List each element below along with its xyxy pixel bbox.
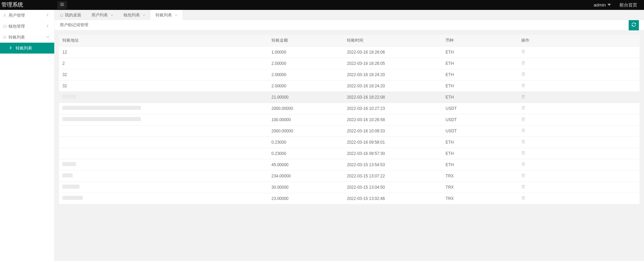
trash-icon bbox=[521, 140, 525, 145]
cell-time: 2022-03-16 10:27:23 bbox=[343, 103, 442, 114]
th-coin[interactable]: 币种 bbox=[442, 35, 517, 46]
th-time[interactable]: 转账时间 bbox=[343, 35, 442, 46]
table-row[interactable]: 121.000002022-03-16 18:28:06ETH bbox=[59, 46, 640, 58]
trash-icon bbox=[521, 117, 525, 122]
table-row[interactable]: 2000.000002022-03-16 10:27:23USDT bbox=[59, 103, 640, 114]
cell-coin: ETH bbox=[442, 69, 517, 80]
cell-time: 2022-03-15 13:07:22 bbox=[343, 170, 442, 182]
cell-addr bbox=[59, 148, 268, 159]
sidebar-item-user-mgmt[interactable]: 用户管理 bbox=[0, 10, 54, 21]
table-row[interactable]: 23.000002022-03-15 13:02:46TRX bbox=[59, 193, 640, 204]
cell-op bbox=[518, 159, 640, 170]
delete-button[interactable] bbox=[521, 174, 525, 178]
table-row[interactable]: 22.000002022-03-16 18:26:05ETH bbox=[59, 58, 640, 69]
delete-button[interactable] bbox=[521, 61, 525, 66]
cell-op bbox=[518, 182, 640, 193]
delete-button[interactable] bbox=[521, 196, 525, 201]
table-row[interactable]: 30.000002022-03-15 13:04:50TRX bbox=[59, 182, 640, 193]
user-icon bbox=[3, 13, 7, 17]
hamburger-icon bbox=[60, 2, 64, 8]
cell-amount: 2000.00000 bbox=[268, 125, 343, 136]
cell-amount: 2.00000 bbox=[268, 69, 343, 80]
table-row[interactable]: 322.000002022-03-16 18:24:20ETH bbox=[59, 69, 640, 80]
refresh-button[interactable] bbox=[629, 20, 639, 30]
table-row[interactable]: 234.000002022-03-15 13:07:22TRX bbox=[59, 170, 640, 182]
tab-wallet-list[interactable]: 钱包列表 ✕ bbox=[118, 10, 150, 20]
close-icon[interactable]: ✕ bbox=[143, 13, 145, 17]
tab-desktop[interactable]: 我的桌面 bbox=[55, 10, 86, 20]
delete-button[interactable] bbox=[521, 162, 525, 167]
cell-coin: USDT bbox=[442, 114, 517, 125]
close-icon[interactable]: ✕ bbox=[111, 13, 113, 17]
cell-op bbox=[518, 170, 640, 182]
th-op[interactable]: 操作 bbox=[518, 35, 640, 46]
trash-icon bbox=[521, 84, 525, 88]
table-row[interactable]: 45.000002022-03-15 13:54:53ETH bbox=[59, 159, 640, 170]
sidebar-subitem-label: 转账列表 bbox=[16, 45, 32, 51]
menu-toggle-button[interactable] bbox=[57, 1, 67, 9]
sidebar-item-transfer-list[interactable]: 转账列表 bbox=[0, 32, 54, 43]
tab-user-list[interactable]: 用户列表 ✕ bbox=[86, 10, 118, 20]
trash-icon bbox=[521, 50, 525, 55]
user-menu[interactable]: admin bbox=[594, 2, 611, 8]
svg-point-12 bbox=[3, 38, 4, 39]
sidebar-subitem-transfer-list[interactable]: 转账列表 bbox=[0, 43, 54, 54]
cell-addr bbox=[59, 103, 268, 114]
sidebar-item-label: 转账列表 bbox=[9, 34, 25, 40]
panel-title: 用户助记词管理 bbox=[60, 22, 88, 28]
delete-button[interactable] bbox=[521, 95, 525, 100]
trash-icon bbox=[521, 196, 525, 201]
front-site-link[interactable]: 前台首页 bbox=[619, 2, 637, 8]
delete-button[interactable] bbox=[521, 72, 525, 77]
th-amount[interactable]: 转账金额 bbox=[268, 35, 343, 46]
tab-label: 用户列表 bbox=[91, 12, 108, 18]
cell-time: 2022-03-16 18:22:08 bbox=[343, 91, 442, 103]
cell-coin: USDT bbox=[442, 103, 517, 114]
tab-transfer-list[interactable]: 转账列表 ✕ bbox=[150, 10, 182, 20]
transfer-table: 转账地址 转账金额 转账时间 币种 操作 121.000002022-03-16… bbox=[59, 35, 640, 204]
main: 我的桌面 用户列表 ✕ 钱包列表 ✕ 转账列表 ✕ 用户助记词管理 bbox=[55, 10, 644, 261]
trash-icon bbox=[521, 95, 525, 100]
cell-time: 2022-03-16 18:24:20 bbox=[343, 80, 442, 91]
delete-button[interactable] bbox=[521, 84, 525, 88]
table-row[interactable]: 100.000002022-03-16 10:26:58USDT bbox=[59, 114, 640, 125]
delete-button[interactable] bbox=[521, 117, 525, 122]
caret-down-icon bbox=[606, 2, 611, 8]
delete-button[interactable] bbox=[521, 140, 525, 145]
tab-label: 我的桌面 bbox=[65, 12, 81, 18]
cell-addr bbox=[59, 170, 268, 182]
table-row[interactable]: 0.230002022-03-16 09:57:30ETH bbox=[59, 148, 640, 159]
sidebar-item-label: 用户管理 bbox=[9, 13, 25, 18]
cell-addr bbox=[59, 125, 268, 136]
th-addr[interactable]: 转账地址 bbox=[59, 35, 268, 46]
cell-op bbox=[518, 103, 640, 114]
redacted-text bbox=[62, 173, 73, 177]
table-row[interactable]: 0.230002022-03-16 09:58:01ETH bbox=[59, 136, 640, 148]
refresh-icon bbox=[631, 22, 636, 28]
chevron-down-icon bbox=[46, 35, 49, 40]
delete-button[interactable] bbox=[521, 129, 525, 133]
cell-time: 2022-03-16 09:57:30 bbox=[343, 148, 442, 159]
table-row[interactable]: 2000.000002022-03-16 10:09:33USDT bbox=[59, 125, 640, 136]
chevron-left-icon bbox=[46, 24, 49, 29]
close-icon[interactable]: ✕ bbox=[175, 13, 177, 17]
table-row[interactable]: 322.000002022-03-16 18:24:20ETH bbox=[59, 80, 640, 91]
delete-button[interactable] bbox=[521, 151, 525, 156]
delete-button[interactable] bbox=[521, 50, 525, 55]
trash-icon bbox=[521, 174, 525, 178]
delete-button[interactable] bbox=[521, 106, 525, 111]
cell-amount: 1.00000 bbox=[268, 46, 343, 58]
cell-amount: 2.00000 bbox=[268, 58, 343, 69]
trash-icon bbox=[521, 72, 525, 77]
redacted-text bbox=[62, 95, 76, 99]
cell-coin: ETH bbox=[442, 80, 517, 91]
cell-op bbox=[518, 136, 640, 148]
cell-time: 2022-03-15 13:02:46 bbox=[343, 193, 442, 204]
cell-time: 2022-03-16 10:26:58 bbox=[343, 114, 442, 125]
table-row[interactable]: 21.000002022-03-16 18:22:08ETH bbox=[59, 91, 640, 103]
delete-button[interactable] bbox=[521, 185, 525, 190]
chevron-right-icon bbox=[9, 46, 12, 50]
cell-coin: TRX bbox=[442, 182, 517, 193]
sidebar-item-wallet-mgmt[interactable]: 钱包管理 bbox=[0, 21, 54, 32]
redacted-text bbox=[62, 196, 83, 200]
